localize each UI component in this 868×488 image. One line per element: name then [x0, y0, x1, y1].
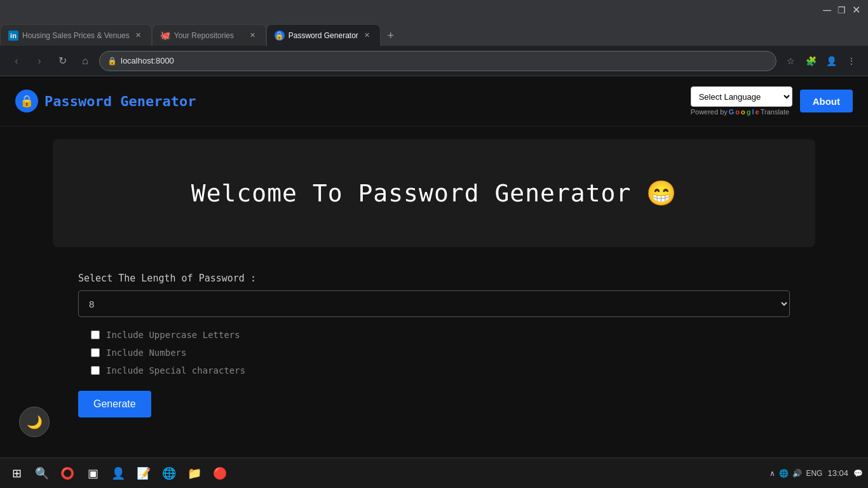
hero-banner: Welcome To Password Generator 😁 [53, 139, 815, 247]
tab-close-github[interactable]: ✕ [248, 30, 258, 41]
minimize-button[interactable]: ─ [820, 4, 834, 16]
chrome-icon[interactable]: 🔴 [208, 462, 231, 485]
page-content: 🔒 Password Generator Select Language Eng… [0, 76, 868, 458]
powered-by-text: Powered by G o o g l e Translate [691, 108, 790, 116]
tab-password[interactable]: 🔒 Password Generator ✕ [266, 24, 381, 46]
bookmark-icon[interactable]: ☆ [782, 52, 799, 70]
back-button[interactable]: ‹ [8, 52, 25, 70]
language-select[interactable]: Select Language English Spanish French [691, 86, 792, 107]
checkbox-group: Include Uppercase Letters Include Number… [78, 330, 790, 376]
tab-linkedin[interactable]: in Housing Sales Prices & Venues ✕ [0, 24, 152, 46]
about-button[interactable]: About [800, 90, 853, 112]
taskbar-right: ∧ 🌐 🔊 ENG 13:04 💬 [770, 468, 863, 478]
url-bar[interactable]: 🔒 localhost:8000 [99, 51, 776, 71]
tab-close-linkedin[interactable]: ✕ [133, 30, 144, 41]
checkbox-uppercase-label: Include Uppercase Letters [106, 330, 240, 340]
header-right: Select Language English Spanish French P… [691, 86, 853, 116]
tab-title-password: Password Generator [288, 31, 358, 40]
checkbox-numbers-label: Include Numbers [106, 348, 186, 358]
chat-icon[interactable]: 👤 [107, 462, 130, 485]
google-o2: o [741, 108, 745, 116]
notepad-icon[interactable]: 📝 [132, 462, 155, 485]
tab-github[interactable]: 🐙 Your Repositories ✕ [152, 24, 266, 46]
app-title: Password Generator [44, 93, 196, 109]
app-lock-icon: 🔒 [15, 90, 38, 112]
checkbox-special[interactable] [91, 366, 100, 375]
lang-label: ENG [806, 469, 822, 478]
language-selector-container: Select Language English Spanish French P… [691, 86, 792, 116]
reload-button[interactable]: ↻ [53, 52, 71, 70]
widgets-icon[interactable]: ▣ [81, 462, 104, 485]
tab-favicon-github: 🐙 [160, 30, 170, 41]
checkbox-numbers-item[interactable]: Include Numbers [91, 348, 790, 358]
browser-chrome: ─ ❐ ✕ in Housing Sales Prices & Venues ✕… [0, 0, 868, 76]
search-taskbar-icon[interactable]: 🔍 [31, 462, 53, 485]
menu-icon[interactable]: ⋮ [843, 52, 860, 70]
google-e: e [756, 108, 759, 116]
app-logo: 🔒 Password Generator [15, 90, 196, 112]
profile-icon[interactable]: 👤 [822, 52, 840, 70]
google-l: l [752, 108, 754, 116]
checkbox-uppercase-item[interactable]: Include Uppercase Letters [91, 330, 790, 340]
restore-button[interactable]: ❐ [835, 6, 848, 15]
checkbox-special-item[interactable]: Include Special characters [91, 365, 790, 376]
close-button[interactable]: ✕ [850, 5, 863, 15]
browser-taskbar-icon[interactable]: 🌐 [158, 462, 180, 485]
checkbox-special-label: Include Special characters [106, 365, 245, 376]
google-g: G [729, 108, 735, 116]
title-bar: ─ ❐ ✕ [0, 0, 868, 20]
translate-label: Translate [761, 108, 789, 116]
length-label: Select The Length of Password : [78, 273, 790, 284]
address-bar: ‹ › ↻ ⌂ 🔒 localhost:8000 ☆ 🧩 👤 ⋮ [0, 46, 868, 76]
window-controls: ─ ❐ ✕ [820, 4, 863, 16]
notification-icon[interactable]: 💬 [853, 469, 863, 478]
clock[interactable]: 13:04 [827, 468, 848, 478]
lock-security-icon: 🔒 [107, 57, 117, 65]
taskbar: ⊞ 🔍 ⭕ ▣ 👤 📝 🌐 📁 🔴 ∧ 🌐 🔊 ENG 13:04 💬 [0, 458, 868, 488]
hero-title: Welcome To Password Generator 😁 [191, 179, 677, 207]
tabs-bar: in Housing Sales Prices & Venues ✕ 🐙 You… [0, 20, 868, 46]
system-tray: ∧ 🌐 🔊 ENG [770, 469, 822, 478]
form-section: Select The Length of Password : 8 10 12 … [53, 260, 815, 430]
tab-favicon-password: 🔒 [275, 30, 285, 41]
google-o1: o [735, 108, 740, 116]
home-button[interactable]: ⌂ [76, 52, 94, 70]
powered-by-label: Powered by [691, 108, 728, 116]
address-bar-actions: ☆ 🧩 👤 ⋮ [782, 52, 860, 70]
google-g2: g [747, 108, 751, 116]
dark-mode-toggle[interactable]: 🌙 [19, 407, 50, 437]
tab-close-password[interactable]: ✕ [362, 30, 372, 41]
volume-icon[interactable]: 🔊 [792, 469, 802, 478]
password-length-select[interactable]: 8 10 12 14 16 18 20 [78, 290, 790, 317]
network-icon[interactable]: 🌐 [779, 469, 789, 478]
taskbar-time: 13:04 [827, 468, 848, 478]
checkbox-numbers[interactable] [91, 348, 100, 357]
taskbar-left: ⊞ 🔍 ⭕ ▣ 👤 📝 🌐 📁 🔴 [5, 462, 231, 485]
task-view-icon[interactable]: ⭕ [56, 462, 79, 485]
checkbox-uppercase[interactable] [91, 330, 100, 339]
tab-favicon-linkedin: in [8, 30, 18, 41]
tray-expand-icon[interactable]: ∧ [770, 469, 775, 478]
extensions-icon[interactable]: 🧩 [802, 52, 820, 70]
generate-button[interactable]: Generate [78, 391, 151, 417]
tab-title-github: Your Repositories [174, 31, 244, 40]
app-header: 🔒 Password Generator Select Language Eng… [0, 76, 868, 126]
url-text: localhost:8000 [121, 56, 768, 65]
forward-button[interactable]: › [31, 52, 48, 70]
tab-title-linkedin: Housing Sales Prices & Venues [22, 31, 130, 40]
explorer-icon[interactable]: 📁 [183, 462, 206, 485]
start-button[interactable]: ⊞ [5, 462, 28, 485]
new-tab-button[interactable]: + [381, 25, 401, 46]
